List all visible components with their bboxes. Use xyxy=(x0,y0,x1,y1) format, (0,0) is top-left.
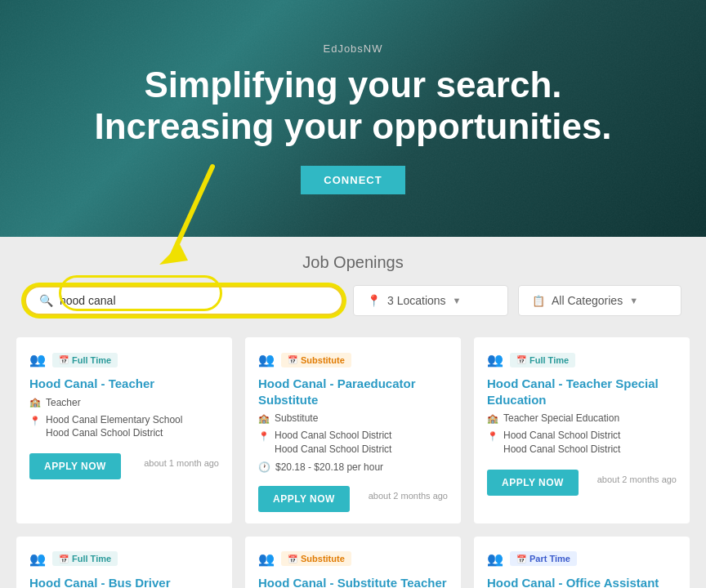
jobs-section: 👥 📅 Full Time Hood Canal - Teacher 🏫 Tea… xyxy=(0,324,706,588)
site-name: EdJobsNW xyxy=(323,42,382,55)
time-ago: about 2 months ago xyxy=(597,474,677,484)
job-title[interactable]: Hood Canal - Teacher xyxy=(29,376,219,392)
job-salary: 🕐 $20.18 - $20.18 per hour xyxy=(258,461,448,473)
jobs-grid: 👥 📅 Full Time Hood Canal - Teacher 🏫 Tea… xyxy=(16,337,690,588)
badge-type: 📅 Substitute xyxy=(281,551,351,566)
chevron-down-icon-2: ▼ xyxy=(629,296,638,305)
badge-type: 📅 Substitute xyxy=(281,353,351,368)
badge-icon: 📅 xyxy=(516,555,526,564)
people-icon: 👥 xyxy=(258,352,275,368)
job-title[interactable]: Hood Canal - Substitute Teacher xyxy=(258,575,448,588)
job-location: 📍 Hood Canal School DistrictHood Canal S… xyxy=(487,429,677,457)
job-title[interactable]: Hood Canal - Paraeducator Substitute xyxy=(258,376,448,408)
tagline-line1: Simplifying your search. xyxy=(144,65,561,105)
location-pin-icon: 📍 xyxy=(367,294,381,307)
time-ago: about 2 months ago xyxy=(369,491,448,501)
badge-type: 📅 Full Time xyxy=(52,551,118,566)
location-pin-icon: 📍 xyxy=(258,430,270,443)
badge-icon: 📅 xyxy=(59,355,69,364)
card-badges: 👥 📅 Substitute xyxy=(258,352,448,368)
badge-type: 📅 Part Time xyxy=(510,551,577,566)
job-card: 👥 📅 Full Time Hood Canal - Teacher 🏫 Tea… xyxy=(16,337,232,523)
job-card: 👥 📅 Full Time Hood Canal - Bus Driver 🏫 … xyxy=(16,537,232,588)
badge-icon: 📅 xyxy=(59,555,69,564)
job-title[interactable]: Hood Canal - Bus Driver xyxy=(29,575,219,588)
card-badges: 👥 📅 Full Time xyxy=(487,352,677,368)
apply-now-button[interactable]: APPLY NOW xyxy=(487,470,579,496)
job-card: 👥 📅 Full Time Hood Canal - Teacher Speci… xyxy=(474,337,690,523)
svg-line-0 xyxy=(172,167,212,256)
hero-section: EdJobsNW Simplifying your search. Increa… xyxy=(0,0,706,237)
arrow-svg xyxy=(143,158,249,289)
category-icon: 📋 xyxy=(532,295,545,307)
badge-icon: 📅 xyxy=(288,555,297,564)
location-pin-icon: 📍 xyxy=(29,415,41,427)
job-meta: 🏫 Teacher xyxy=(29,397,219,408)
badge-icon: 📅 xyxy=(516,355,526,364)
job-location: 📍 Hood Canal Elementary SchoolHood Canal… xyxy=(29,413,219,441)
locations-dropdown[interactable]: 📍 3 Locations ▼ xyxy=(353,285,508,316)
job-meta: 🏫 Substitute xyxy=(258,412,448,424)
job-title[interactable]: Hood Canal - Teacher Special Education xyxy=(487,376,677,408)
location-pin-icon: 📍 xyxy=(487,430,498,443)
briefcase-icon: 🏫 xyxy=(258,413,270,424)
section-title: Job Openings xyxy=(25,253,681,272)
job-card: 👥 📅 Substitute Hood Canal - Substitute T… xyxy=(245,537,461,588)
badge-type: 📅 Full Time xyxy=(52,353,118,368)
search-section: Job Openings 🔍 📍 3 Locations ▼ 📋 All Cat… xyxy=(0,237,706,324)
apply-now-button[interactable]: APPLY NOW xyxy=(29,453,121,479)
job-card: 👥 📅 Substitute Hood Canal - Paraeducator… xyxy=(245,337,461,523)
job-title[interactable]: Hood Canal - Office Assistant xyxy=(487,575,677,588)
apply-now-button[interactable]: APPLY NOW xyxy=(258,486,350,512)
card-badges: 👥 📅 Substitute xyxy=(258,551,448,567)
hero-tagline: Simplifying your search. Increasing your… xyxy=(94,65,611,147)
locations-label: 3 Locations xyxy=(387,294,446,307)
card-bottom-row: APPLY NOW about 1 month ago xyxy=(29,447,219,479)
search-icon: 🔍 xyxy=(39,294,53,307)
tagline-line2: Increasing your opportunities. xyxy=(94,106,611,146)
job-meta: 🏫 Teacher Special Education xyxy=(487,412,677,424)
card-badges: 👥 📅 Part Time xyxy=(487,551,677,567)
people-icon: 👥 xyxy=(487,551,503,567)
chevron-down-icon: ▼ xyxy=(453,296,462,305)
time-ago: about 1 month ago xyxy=(144,458,219,468)
people-icon: 👥 xyxy=(29,551,46,567)
briefcase-icon: 🏫 xyxy=(29,397,41,408)
card-bottom-row: APPLY NOW about 2 months ago xyxy=(258,479,448,512)
people-icon: 👥 xyxy=(258,551,275,567)
connect-button[interactable]: CONNECT xyxy=(301,166,404,194)
card-badges: 👥 📅 Full Time xyxy=(29,551,219,567)
job-card: 👥 📅 Part Time Hood Canal - Office Assist… xyxy=(474,537,690,588)
categories-label: All Categories xyxy=(552,294,623,307)
badge-type: 📅 Full Time xyxy=(510,353,575,368)
clock-icon: 🕐 xyxy=(258,461,270,473)
card-bottom-row: APPLY NOW about 2 months ago xyxy=(487,463,677,496)
categories-dropdown[interactable]: 📋 All Categories ▼ xyxy=(518,285,681,316)
badge-icon: 📅 xyxy=(288,355,297,364)
people-icon: 👥 xyxy=(487,352,503,368)
card-badges: 👥 📅 Full Time xyxy=(29,352,219,368)
job-location: 📍 Hood Canal School DistrictHood Canal S… xyxy=(258,429,448,457)
briefcase-icon: 🏫 xyxy=(487,413,498,424)
people-icon: 👥 xyxy=(29,352,46,368)
